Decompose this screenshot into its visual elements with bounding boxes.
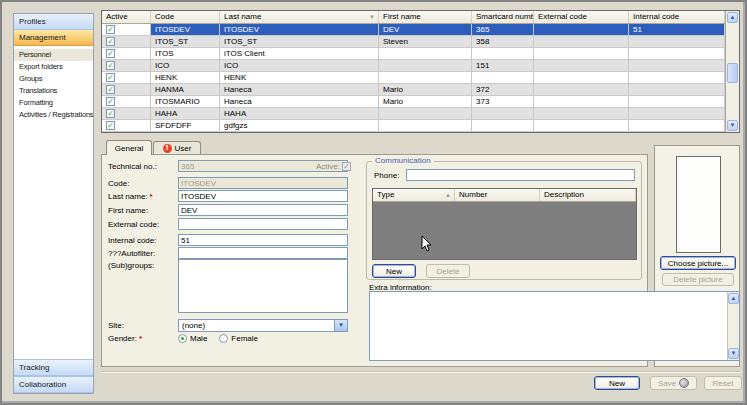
grid-cell-internal-code[interactable] xyxy=(629,84,725,95)
grid-row-itos[interactable]: ✓ITOSiTOS Client xyxy=(102,48,725,60)
grid-cell-external-code[interactable] xyxy=(534,108,629,119)
active-checkbox[interactable]: ✓ xyxy=(106,121,115,130)
first-name-field[interactable] xyxy=(178,204,348,216)
grid-cell-internal-code[interactable] xyxy=(629,72,725,83)
grid-row-itosmario[interactable]: ✓ITOSMARIOHanecaMario373 xyxy=(102,96,725,108)
sidebar-item-translations[interactable]: Translations xyxy=(14,85,93,97)
sidebar-header-profiles[interactable]: Profiles xyxy=(14,14,93,30)
grid-column-header-external-code[interactable]: External code xyxy=(534,11,629,23)
grid-cell-internal-code[interactable] xyxy=(629,108,725,119)
grid-cell-smartcard-number[interactable]: 373 xyxy=(472,96,534,107)
grid-vertical-scrollbar[interactable]: ▲ ▼ xyxy=(725,11,739,132)
grid-cell-code[interactable]: ITOS_ST xyxy=(151,36,220,47)
active-checkbox[interactable]: ✓ xyxy=(106,49,115,58)
grid-cell-first-name[interactable]: Mario xyxy=(379,96,472,107)
grid-cell-internal-code[interactable] xyxy=(629,48,725,59)
grid-cell-code[interactable]: HANMA xyxy=(151,84,220,95)
grid-row-haha[interactable]: ✓HAHAHAHA xyxy=(102,108,725,120)
scroll-up-icon[interactable]: ▲ xyxy=(727,12,738,23)
grid-cell-last-name[interactable]: HENK xyxy=(220,72,379,83)
sidebar-header-tracking[interactable]: Tracking xyxy=(14,359,93,376)
grid-cell-first-name[interactable]: DEV xyxy=(379,24,472,35)
active-checkbox[interactable]: ✓ xyxy=(106,73,115,82)
comm-column-header-description[interactable]: Description xyxy=(540,189,636,201)
gender-radio-female[interactable] xyxy=(219,334,228,343)
gender-radio-male[interactable] xyxy=(178,334,187,343)
grid-cell-external-code[interactable] xyxy=(534,72,629,83)
active-checkbox[interactable]: ✓ xyxy=(106,85,115,94)
active-checkbox[interactable]: ✓ xyxy=(342,162,351,171)
subgroups-field[interactable] xyxy=(178,259,348,313)
new-button[interactable]: New xyxy=(594,376,640,390)
code-field[interactable] xyxy=(178,177,348,189)
grid-cell-code[interactable]: ICO xyxy=(151,60,220,71)
grid-cell-first-name[interactable] xyxy=(379,72,472,83)
grid-cell-first-name[interactable] xyxy=(379,48,472,59)
active-checkbox[interactable]: ✓ xyxy=(106,25,115,34)
last-name-field[interactable] xyxy=(178,190,348,202)
sidebar-header-collaboration[interactable]: Collaboration xyxy=(14,376,93,393)
grid-cell-external-code[interactable] xyxy=(534,60,629,71)
active-cell[interactable]: ✓ xyxy=(102,72,151,83)
grid-cell-last-name[interactable]: gdfgzs xyxy=(220,120,379,131)
active-cell[interactable]: ✓ xyxy=(102,36,151,47)
grid-column-header-internal-code[interactable]: Internal code xyxy=(629,11,725,23)
grid-cell-smartcard-number[interactable] xyxy=(472,72,534,83)
grid-cell-external-code[interactable] xyxy=(534,96,629,107)
grid-cell-external-code[interactable] xyxy=(534,120,629,131)
grid-cell-internal-code[interactable] xyxy=(629,96,725,107)
grid-cell-first-name[interactable] xyxy=(379,60,472,71)
grid-column-header-smartcard-number[interactable]: Smartcard number xyxy=(472,11,534,23)
grid-cell-last-name[interactable]: ITOSDEV xyxy=(220,24,379,35)
grid-cell-first-name[interactable] xyxy=(379,108,472,119)
sidebar-item-activities-registrations[interactable]: Activities / Registrations xyxy=(14,109,93,121)
sidebar-header-management[interactable]: Management xyxy=(14,30,93,46)
external-code-field[interactable] xyxy=(178,218,348,230)
delete-picture-button[interactable]: Delete picture xyxy=(662,273,734,286)
grid-cell-external-code[interactable] xyxy=(534,24,629,35)
grid-cell-code[interactable]: HENK xyxy=(151,72,220,83)
grid-cell-smartcard-number[interactable] xyxy=(472,48,534,59)
grid-row-hanma[interactable]: ✓HANMAHanecaMario372 xyxy=(102,84,725,96)
extra-info-scrollbar[interactable]: ▲ ▼ xyxy=(727,292,739,360)
active-checkbox[interactable]: ✓ xyxy=(106,97,115,106)
tab-general[interactable]: General xyxy=(106,140,152,155)
phone-field[interactable] xyxy=(406,169,635,181)
sidebar-item-export-folders[interactable]: Export folders xyxy=(14,61,93,73)
grid-column-header-last-name[interactable]: Last name▼ xyxy=(220,11,379,23)
comm-column-header-number[interactable]: Number xyxy=(455,189,540,201)
tab-user[interactable]: ! User xyxy=(153,141,201,155)
active-cell[interactable]: ✓ xyxy=(102,24,151,35)
scroll-down-icon[interactable]: ▼ xyxy=(727,120,738,131)
active-checkbox[interactable]: ✓ xyxy=(106,61,115,70)
grid-cell-last-name[interactable]: ICO xyxy=(220,60,379,71)
save-button[interactable]: Save xyxy=(650,376,697,390)
scrollbar-thumb[interactable] xyxy=(727,63,738,83)
grid-column-header-code[interactable]: Code xyxy=(151,11,220,23)
active-cell[interactable]: ✓ xyxy=(102,84,151,95)
grid-cell-external-code[interactable] xyxy=(534,36,629,47)
comm-column-header-type[interactable]: Type▲ xyxy=(373,189,455,201)
grid-cell-smartcard-number[interactable]: 358 xyxy=(472,36,534,47)
grid-cell-smartcard-number[interactable]: 151 xyxy=(472,60,534,71)
grid-cell-external-code[interactable] xyxy=(534,48,629,59)
grid-cell-first-name[interactable]: Mario xyxy=(379,84,472,95)
site-select[interactable]: (none) ▼ xyxy=(178,319,348,332)
grid-cell-smartcard-number[interactable]: 372 xyxy=(472,84,534,95)
active-cell[interactable]: ✓ xyxy=(102,108,151,119)
sidebar-item-personnel[interactable]: Personnel xyxy=(14,49,93,61)
grid-cell-external-code[interactable] xyxy=(534,84,629,95)
internal-code-field[interactable] xyxy=(178,234,348,246)
grid-cell-first-name[interactable] xyxy=(379,120,472,131)
grid-cell-last-name[interactable]: HAHA xyxy=(220,108,379,119)
communication-new-button[interactable]: New xyxy=(372,264,416,278)
grid-cell-last-name[interactable]: Haneca xyxy=(220,84,379,95)
grid-cell-internal-code[interactable] xyxy=(629,36,725,47)
grid-cell-first-name[interactable]: Steven xyxy=(379,36,472,47)
reset-button[interactable]: Reset xyxy=(704,376,742,390)
grid-cell-code[interactable]: HAHA xyxy=(151,108,220,119)
communication-table[interactable]: Type▲NumberDescription xyxy=(372,188,637,260)
chevron-down-icon[interactable]: ▼ xyxy=(334,320,347,331)
grid-cell-smartcard-number[interactable]: 365 xyxy=(472,24,534,35)
grid-cell-internal-code[interactable]: 51 xyxy=(629,24,725,35)
